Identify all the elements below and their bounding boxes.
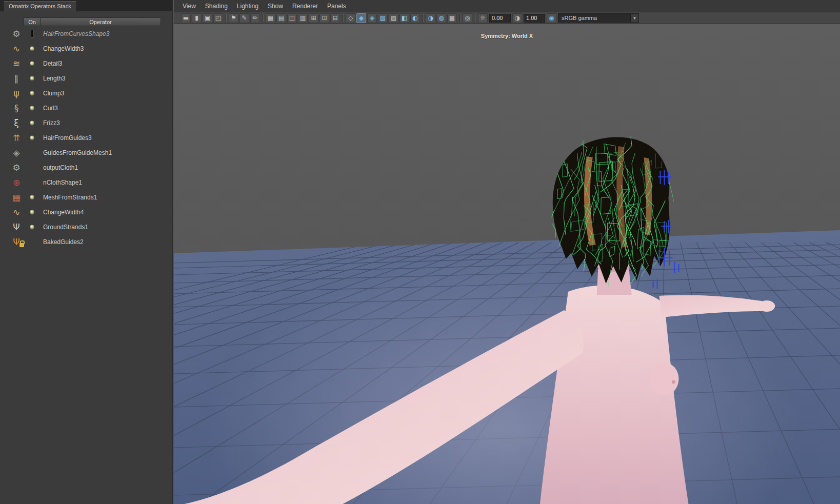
right-hand [758,300,775,312]
toolbar-separator [343,14,343,22]
select-camera-icon[interactable]: ⚑ [229,13,238,23]
gate-mask-icon[interactable]: ▥ [298,13,308,23]
gamma-icon[interactable]: ◑ [512,13,522,23]
menu-lighting[interactable]: Lighting [232,1,263,11]
operator-row[interactable]: ◈GuidesFromGuideMesh1 [9,145,161,160]
lock-icon [19,243,24,247]
viewport-background [174,24,840,253]
operator-row[interactable]: ⚙outputCloth1 [9,160,161,175]
isolate-select-icon[interactable]: ◎ [463,13,472,23]
menu-renderer[interactable]: Renderer [288,1,323,11]
2d-pan-zoom-icon[interactable]: ◰ [213,13,223,23]
column-header-operator[interactable]: Operator [40,17,161,26]
clump-icon: ψ [9,88,24,99]
wireframe-mode-icon[interactable]: ◇ [346,13,355,23]
mesh-from-strands-icon: ▦ [9,192,24,203]
colorspace-dropdown[interactable]: sRGB gamma▾ [558,13,639,23]
operator-row[interactable]: ▦MeshFromStrands1 [9,190,161,205]
change-width-icon: ∿ [9,43,24,54]
operators-stack-body: On Operator ⚙HairFromCurvesShape3∿Change… [0,11,172,504]
guides-from-guide-mesh-icon: ◈ [9,147,24,158]
operator-enabled-toggle[interactable] [24,195,40,199]
current-marker-icon [31,30,33,37]
anti-alias-icon[interactable]: ▩ [447,13,457,23]
smooth-shade-mode-icon[interactable]: ◆ [356,13,366,23]
toolbar-separator [423,14,423,22]
operator-enabled-toggle[interactable] [24,210,40,214]
operator-enabled-toggle[interactable] [24,76,40,80]
operator-row[interactable]: ΨGroundStrands1 [9,219,161,234]
viewport-menubar: ViewShadingLightingShowRendererPanels [174,0,840,12]
panel-tab-strip: Ornatrix Operators Stack [0,0,172,11]
operator-enabled-toggle[interactable] [24,61,40,66]
column-header-on[interactable]: On [24,17,40,26]
operator-enabled-toggle[interactable] [24,120,40,125]
operator-table-header: On Operator [9,17,161,26]
sculpt-tool-icon[interactable]: ✏ [250,13,260,23]
icon-column-spacer [9,17,24,26]
operator-enabled-toggle[interactable] [24,91,40,95]
tab-ornatrix-operators-stack[interactable]: Ornatrix Operators Stack [3,1,77,11]
baked-guides-icon: Ψ [9,236,24,248]
ornatrix-operators-panel: Ornatrix Operators Stack On Operator ⚙Ha… [0,0,173,504]
menu-view[interactable]: View [178,1,201,11]
paint-tool-icon[interactable]: ✎ [239,13,249,23]
color-management-icon[interactable]: ◉ [547,13,556,23]
bookmark-icon[interactable]: ▮ [192,13,202,23]
shadows-toggle-icon[interactable]: ◑ [426,13,435,23]
operator-label: nClothShape1 [40,179,161,186]
operator-row[interactable]: ψClump3 [9,86,161,100]
operator-label: ChangeWidth3 [40,45,161,52]
field-chart-icon[interactable]: ⊞ [309,13,318,23]
operator-enabled-toggle[interactable] [24,135,40,140]
menu-show[interactable]: Show [263,1,288,11]
change-width-icon: ∿ [9,207,24,218]
operator-row[interactable]: ξFrizz3 [9,115,161,130]
operator-enabled-toggle[interactable] [24,106,40,110]
safe-title-icon[interactable]: ⊟ [330,13,340,23]
operator-table: On Operator ⚙HairFromCurvesShape3∿Change… [9,17,161,249]
camera-lock-icon[interactable]: ▬ [181,13,191,23]
operator-label: MeshFromStrands1 [40,194,161,201]
chevron-down-icon[interactable]: ▾ [630,14,638,22]
resolution-gate-icon[interactable]: ◫ [287,13,297,23]
toolbar-separator [226,14,226,22]
viewport-canvas[interactable] [174,24,840,504]
operator-row[interactable]: ⊛nClothShape1 [9,175,161,190]
image-plane-icon[interactable]: ▣ [203,13,212,23]
checker-material-icon[interactable]: ▨ [389,13,398,23]
length-icon: ∥ [9,73,24,84]
operator-row[interactable]: ⚙HairFromCurvesShape3 [9,26,161,41]
operator-enabled-toggle[interactable] [24,225,40,229]
menu-shading[interactable]: Shading [201,1,232,11]
operator-enabled-toggle[interactable] [24,46,40,51]
wireframe-on-shaded-icon[interactable]: ◈ [367,13,377,23]
operator-row[interactable]: ∿ChangeWidth4 [9,205,161,219]
lightbulb-icon [30,76,34,80]
operator-row[interactable]: ∥Length3 [9,71,161,86]
operator-row[interactable]: ΨBakedGuides2 [9,234,161,249]
exposure-icon[interactable]: ☼ [478,13,488,23]
lightbulb-icon [30,61,34,66]
grid-toggle-icon[interactable]: ▦ [266,13,275,23]
ambient-occlusion-icon[interactable]: ◍ [436,13,446,23]
operator-table-body: ⚙HairFromCurvesShape3∿ChangeWidth3≋Detai… [9,26,161,249]
lighting-toggle-icon[interactable]: ◐ [410,13,420,23]
operator-row[interactable]: §Curl3 [9,100,161,115]
gamma-field[interactable] [524,14,545,23]
textured-mode-icon[interactable]: ▧ [378,13,388,23]
film-gate-icon[interactable]: ▤ [276,13,286,23]
gear-icon: ⚙ [9,162,24,173]
application-window: Ornatrix Operators Stack On Operator ⚙Ha… [0,0,840,504]
exposure-field[interactable] [489,14,511,23]
operator-row[interactable]: ⇈HairFromGuides3 [9,130,161,145]
operator-label: BakedGuides2 [40,238,161,246]
viewport-3d[interactable]: Symmetry: World X [174,24,840,504]
menu-panels[interactable]: Panels [323,1,351,11]
operator-label: outputCloth1 [40,164,161,171]
safe-action-icon[interactable]: ⊡ [319,13,329,23]
operator-row[interactable]: ∿ChangeWidth3 [9,41,161,56]
xray-mode-icon[interactable]: ◧ [399,13,409,23]
operator-label: GuidesFromGuideMesh1 [40,149,161,156]
operator-row[interactable]: ≋Detail3 [9,56,161,71]
